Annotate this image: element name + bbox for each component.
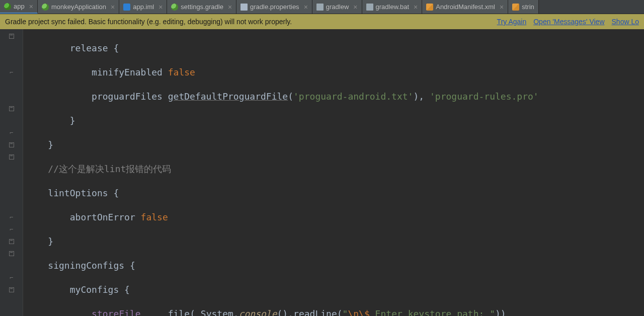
fold-end-icon: ⌐ [10, 214, 13, 221]
fold-marker-icon[interactable] [9, 239, 14, 244]
editor-tab-bar: app × monkeyApplication × app.iml × sett… [0, 0, 644, 14]
tab-strings[interactable]: strin [508, 0, 539, 14]
tab-label: strin [522, 3, 534, 11]
fold-marker-icon[interactable] [9, 142, 14, 147]
notification-message: Gradle project sync failed. Basic functi… [5, 18, 292, 26]
editor-gutter[interactable]: ⌐ ⌐ ⌐ ⌐ ⌐ [0, 29, 23, 316]
tab-androidmanifest[interactable]: AndroidManifest.xml × [422, 0, 508, 14]
close-icon[interactable]: × [498, 3, 504, 11]
try-again-link[interactable]: Try Again [497, 18, 527, 26]
tab-settings-gradle[interactable]: settings.gradle × [167, 0, 236, 14]
notification-actions: Try Again Open 'Messages' View Show Lo [497, 18, 639, 26]
tab-label: gradlew.bat [376, 3, 410, 11]
tab-gradle-properties[interactable]: gradle.properties × [236, 0, 312, 14]
tab-label: settings.gradle [181, 3, 223, 11]
fold-end-icon: ⌐ [10, 69, 13, 76]
tab-gradlew-bat[interactable]: gradlew.bat × [362, 0, 423, 14]
fold-marker-icon[interactable] [9, 287, 14, 292]
tab-monkeyapplication[interactable]: monkeyApplication × [38, 0, 119, 14]
open-messages-link[interactable]: Open 'Messages' View [533, 18, 604, 26]
close-icon[interactable]: × [109, 3, 115, 11]
xml-icon [426, 4, 433, 11]
close-icon[interactable]: × [156, 3, 163, 11]
tab-label: gradle.properties [250, 3, 299, 11]
tab-label: AndroidManifest.xml [436, 3, 495, 11]
tab-app-iml[interactable]: app.iml × [119, 0, 167, 14]
xml-icon [512, 4, 519, 11]
tab-label: gradlew [326, 3, 349, 11]
fold-end-icon: ⌐ [10, 129, 13, 136]
gradle-icon [4, 3, 11, 10]
gradle-sync-failed-bar: Gradle project sync failed. Basic functi… [0, 14, 644, 29]
fold-marker-icon[interactable] [9, 34, 14, 39]
fold-end-icon: ⌐ [10, 274, 13, 281]
fold-marker-icon[interactable] [9, 154, 14, 160]
tab-label: app.iml [133, 3, 154, 11]
show-log-link[interactable]: Show Lo [612, 18, 639, 26]
file-icon [316, 4, 324, 11]
editor-area: ⌐ ⌐ ⌐ ⌐ ⌐ release { minifyEnabled false … [0, 29, 644, 316]
tab-app[interactable]: app × [0, 0, 38, 14]
close-icon[interactable]: × [412, 3, 418, 11]
tab-label: app [14, 3, 25, 10]
file-icon [240, 4, 248, 11]
close-icon[interactable]: × [27, 3, 33, 11]
file-icon [366, 4, 373, 11]
close-icon[interactable]: × [351, 3, 357, 11]
fold-end-icon: ⌐ [10, 226, 13, 233]
jetbrains-icon [123, 4, 130, 11]
gradle-icon [42, 4, 49, 11]
tab-gradlew[interactable]: gradlew × [312, 0, 362, 14]
tab-label: monkeyApplication [51, 3, 106, 11]
gradle-icon [171, 4, 178, 11]
close-icon[interactable]: × [302, 3, 308, 11]
close-icon[interactable]: × [226, 3, 232, 11]
fold-marker-icon[interactable] [9, 251, 14, 256]
code-editor[interactable]: release { minifyEnabled false proguardFi… [23, 29, 644, 316]
fold-marker-icon[interactable] [9, 106, 14, 111]
